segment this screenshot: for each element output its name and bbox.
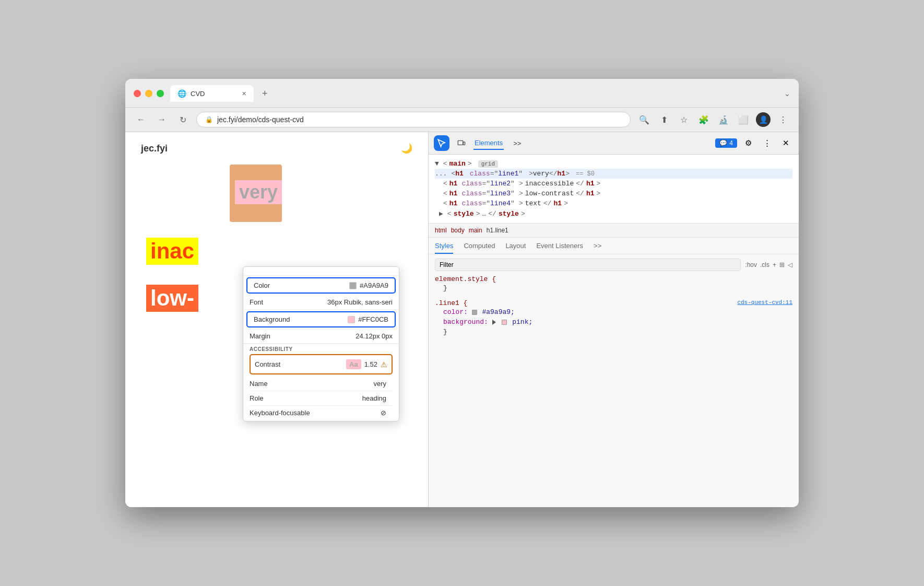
role-value: heading bbox=[362, 394, 386, 402]
bookmark-icon[interactable]: ☆ bbox=[677, 112, 691, 127]
accessibility-label: ACCESSIBILITY bbox=[250, 346, 393, 352]
filter-actions: :hov .cls + ⊞ ◁ bbox=[745, 261, 792, 268]
close-traffic-light[interactable] bbox=[134, 90, 141, 97]
dark-mode-button[interactable]: 🌙 bbox=[401, 143, 412, 154]
margin-label: Margin bbox=[250, 332, 270, 340]
css-color-dot bbox=[472, 310, 477, 315]
content-area: jec.fyi 🌙 very inac low- bbox=[125, 132, 799, 507]
css-rule-line1: .line1 { cds-quest-cvd:11 color: #a9a9a9… bbox=[435, 299, 792, 337]
lab-icon[interactable]: 🔬 bbox=[716, 112, 731, 127]
breadcrumb-html[interactable]: html bbox=[435, 227, 447, 234]
tab-bar: 🌐 CVD ✕ + ⌄ bbox=[170, 85, 790, 102]
devtools-close-button[interactable]: ✕ bbox=[778, 135, 793, 151]
add-rule-icon[interactable]: + bbox=[773, 261, 776, 268]
css-color-line: color: #a9a9a9; bbox=[435, 307, 792, 317]
tab-layout[interactable]: Layout bbox=[505, 242, 526, 254]
contrast-label: Contrast bbox=[255, 360, 280, 368]
inspector-color-row: Color #A9A9A9 bbox=[247, 278, 395, 292]
text-inaccessible: inac bbox=[146, 238, 198, 265]
tree-line2[interactable]: <h1 class="line2" >inaccessible</h1> bbox=[435, 179, 792, 189]
tab-favicon: 🌐 bbox=[177, 89, 186, 98]
search-icon[interactable]: 🔍 bbox=[637, 112, 651, 127]
grid-badge: grid bbox=[478, 160, 498, 168]
svg-rect-1 bbox=[463, 142, 465, 145]
breadcrumb-body[interactable]: body bbox=[451, 227, 465, 234]
inspector-role-row: Role heading bbox=[250, 391, 393, 406]
html-tree: ▼ <main> grid ... <h1 class="line1" >ver… bbox=[429, 155, 799, 224]
devtools-toolbar: Elements >> 💬 4 ⚙ ⋮ ✕ bbox=[429, 132, 799, 155]
back-button[interactable]: ← bbox=[134, 112, 148, 127]
breadcrumb-h1-line1[interactable]: h1.line1 bbox=[487, 227, 508, 234]
line1-selector: .line1 { bbox=[435, 299, 467, 307]
tab-event-listeners[interactable]: Event Listeners bbox=[536, 242, 583, 254]
inspector-background-row: Background #FFC0CB bbox=[247, 312, 395, 326]
contrast-value: 1.52 bbox=[364, 360, 377, 368]
tab-more-panels[interactable]: >> bbox=[512, 137, 522, 149]
responsive-mode-button[interactable] bbox=[454, 135, 469, 151]
new-tab-button[interactable]: + bbox=[258, 86, 272, 101]
address-input[interactable]: 🔒 jec.fyi/demo/cds-quest-cvd bbox=[196, 112, 631, 127]
devtools-right-icons: 💬 4 ⚙ ⋮ ✕ bbox=[715, 135, 793, 151]
inspector-font-row: Font 36px Rubik, sans-seri bbox=[243, 295, 399, 310]
inspector-name-row: Name very bbox=[250, 377, 393, 391]
traffic-lights bbox=[134, 90, 164, 97]
breadcrumb-main[interactable]: main bbox=[469, 227, 482, 234]
tree-main-tag: ▼ <main> grid bbox=[435, 159, 792, 169]
tree-line1[interactable]: ... <h1 class="line1" >very</h1> == $0 bbox=[435, 169, 792, 179]
inspector-header bbox=[243, 267, 399, 276]
text-low: low- bbox=[146, 285, 198, 312]
filter-input[interactable]: Filter bbox=[435, 259, 741, 271]
title-bar-top: 🌐 CVD ✕ + ⌄ bbox=[134, 85, 790, 102]
inspector-popup: Color #A9A9A9 Font 36px Rubik, sans-seri bbox=[243, 266, 399, 421]
background-swatch bbox=[348, 316, 355, 323]
rule-source[interactable]: cds-quest-cvd:11 bbox=[737, 299, 792, 307]
tab-overflow-button[interactable]: ⌄ bbox=[784, 89, 790, 98]
dollar-zero: == $0 bbox=[576, 170, 595, 178]
css-background-line: background: pink; bbox=[435, 317, 792, 327]
address-text: jec.fyi/demo/cds-quest-cvd bbox=[217, 115, 304, 124]
hov-filter[interactable]: :hov bbox=[745, 261, 757, 268]
accessibility-section: ACCESSIBILITY Contrast Aa 1.52 ⚠ bbox=[243, 344, 399, 421]
tree-line4[interactable]: <h1 class="line4" >text</h1> bbox=[435, 198, 792, 208]
cls-filter[interactable]: .cls bbox=[760, 261, 769, 268]
forward-button[interactable]: → bbox=[155, 112, 169, 127]
toggle-styles-icon[interactable]: ⊞ bbox=[779, 261, 785, 268]
force-state-icon[interactable]: ◁ bbox=[788, 261, 792, 268]
share-icon[interactable]: ⬆ bbox=[657, 112, 671, 127]
tree-line3[interactable]: <h1 class="line3" >low-contrast</h1> bbox=[435, 189, 792, 198]
inspector-keyboard-row: Keyboard-focusable ⊘ bbox=[250, 406, 393, 420]
css-bg-dot bbox=[502, 320, 507, 325]
address-bar: ← → ↻ 🔒 jec.fyi/demo/cds-quest-cvd 🔍 ⬆ ☆… bbox=[125, 108, 799, 132]
tree-style[interactable]: ▶ <style>…</style> bbox=[435, 208, 792, 219]
tab-close-button[interactable]: ✕ bbox=[242, 90, 246, 97]
split-view-icon[interactable]: ⬜ bbox=[736, 112, 751, 127]
contrast-row: Contrast Aa 1.52 ⚠ bbox=[255, 357, 387, 371]
tab-styles[interactable]: Styles bbox=[435, 242, 453, 254]
role-label: Role bbox=[250, 394, 264, 402]
styles-filter-bar: Filter :hov .cls + ⊞ ◁ bbox=[435, 259, 792, 271]
menu-icon[interactable]: ⋮ bbox=[776, 112, 790, 127]
background-label: Background bbox=[254, 315, 290, 323]
page-logo: jec.fyi bbox=[141, 143, 168, 154]
minimize-traffic-light[interactable] bbox=[145, 90, 152, 97]
element-style-selector: element.style { bbox=[435, 275, 792, 283]
svg-rect-0 bbox=[458, 140, 463, 145]
maximize-traffic-light[interactable] bbox=[157, 90, 164, 97]
inspect-element-button[interactable] bbox=[434, 135, 449, 151]
devtools-more-button[interactable]: ⋮ bbox=[759, 135, 775, 151]
account-button[interactable]: 👤 bbox=[756, 112, 771, 127]
tab-computed[interactable]: Computed bbox=[464, 242, 495, 254]
devtools-settings-button[interactable]: ⚙ bbox=[740, 135, 756, 151]
browser-window: 🌐 CVD ✕ + ⌄ ← → ↻ 🔒 jec.fyi/demo/cds-que… bbox=[125, 79, 799, 507]
reload-button[interactable]: ↻ bbox=[175, 112, 190, 127]
color-value: #A9A9A9 bbox=[349, 282, 388, 289]
demo-content: very inac low- Color bbox=[141, 165, 412, 497]
browser-tab-cvd[interactable]: 🌐 CVD ✕ bbox=[170, 85, 254, 102]
tab-elements[interactable]: Elements bbox=[473, 137, 504, 150]
tab-more-styles[interactable]: >> bbox=[594, 242, 601, 254]
color-swatch bbox=[349, 282, 357, 289]
devtools-panel-tabs: Elements >> bbox=[473, 137, 711, 150]
tab-title: CVD bbox=[191, 90, 205, 98]
comments-badge[interactable]: 💬 4 bbox=[715, 138, 737, 148]
extension-icon[interactable]: 🧩 bbox=[696, 112, 711, 127]
